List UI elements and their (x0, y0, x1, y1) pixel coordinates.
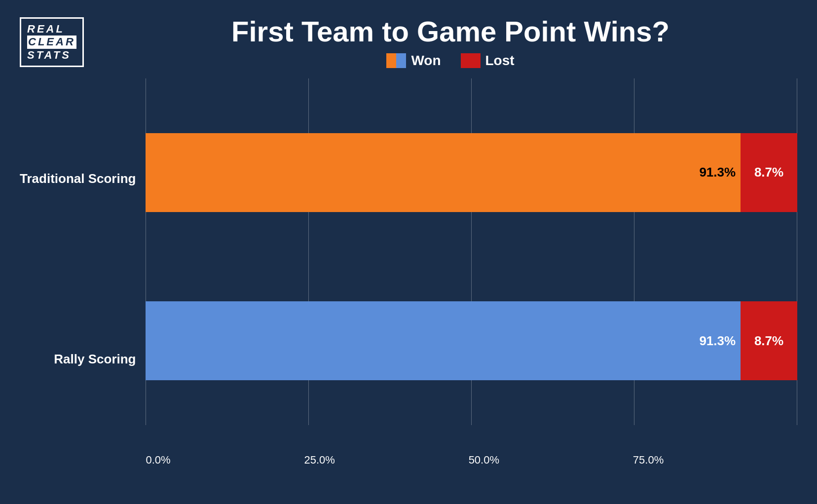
bar-won-traditional: 91.3% (146, 133, 741, 212)
y-label-rally: Rally Scoring (54, 352, 136, 367)
y-label-traditional: Traditional Scoring (20, 171, 136, 186)
y-axis: Traditional Scoring Rally Scoring (20, 78, 146, 474)
bar-lost-traditional: 8.7% (741, 133, 797, 212)
bar-lost-traditional-label: 8.7% (754, 165, 783, 180)
legend-lost-label: Lost (485, 53, 515, 69)
logo-line-3: STATS (27, 49, 76, 62)
chart-area: Traditional Scoring Rally Scoring 91.3% … (20, 78, 797, 474)
logo: REAL CLEAR STATS (20, 17, 84, 67)
x-label-50: 50.0% (469, 454, 499, 467)
logo-line-1: REAL (27, 23, 76, 36)
legend: Won Lost (386, 53, 514, 69)
x-label-75: 75.0% (633, 454, 664, 467)
legend-won-orange (386, 53, 396, 68)
bar-row-traditional: 91.3% 8.7% (146, 133, 797, 212)
bar-row-rally: 91.3% 8.7% (146, 301, 797, 380)
bar-won-rally: 91.3% (146, 301, 741, 380)
x-label-25: 25.0% (304, 454, 334, 467)
title-legend-area: First Team to Game Point Wins? Won Lost (104, 15, 797, 69)
bar-won-traditional-label: 91.3% (699, 165, 736, 180)
legend-won-icon (386, 53, 406, 68)
legend-won-label: Won (411, 53, 441, 69)
bar-lost-rally: 8.7% (741, 301, 797, 380)
legend-item-won: Won (386, 53, 441, 69)
logo-line-2: CLEAR (27, 36, 76, 48)
legend-item-lost: Lost (461, 53, 515, 69)
bar-container-rally: 91.3% 8.7% (146, 301, 797, 380)
x-axis: 0.0% 25.0% 50.0% 75.0% (146, 450, 797, 474)
bar-lost-rally-label: 8.7% (754, 333, 783, 349)
bar-won-rally-label: 91.3% (699, 333, 736, 349)
bar-container-traditional: 91.3% 8.7% (146, 133, 797, 212)
grid-and-bars: 91.3% 8.7% 91.3% 8.7% (146, 78, 797, 450)
legend-won-blue (396, 53, 406, 68)
chart-content: 91.3% 8.7% 91.3% 8.7% (146, 78, 797, 474)
x-label-0: 0.0% (146, 454, 170, 467)
legend-lost-icon (461, 53, 481, 68)
chart-title: First Team to Game Point Wins? (231, 15, 669, 48)
